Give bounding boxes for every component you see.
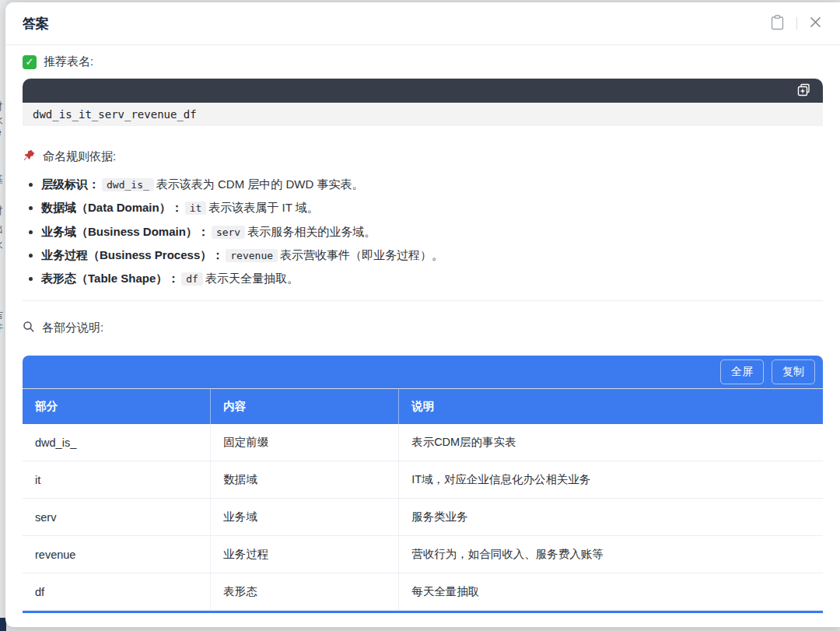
copy-icon	[797, 83, 810, 99]
naming-rules-list: 层级标识：dwd_is_表示该表为 CDM 层中的 DWD 事实表。 数据域（D…	[23, 175, 823, 287]
col-header-description: 说明	[399, 389, 823, 425]
cell-part: revenue	[23, 536, 211, 573]
parts-table: 部分 内容 说明 dwd_is_ 固定前缀 表示CDM层的事实表 it 数据域 …	[23, 388, 823, 611]
close-button[interactable]	[808, 15, 823, 32]
naming-rules-heading: 命名规则依据:	[23, 149, 823, 164]
code-content[interactable]: dwd_is_it_serv_revenue_df	[23, 103, 823, 126]
cell-description: 每天全量抽取	[399, 573, 823, 611]
rule-text: 表示该表属于 IT 域。	[208, 201, 318, 214]
rule-item: 业务过程（Business Process）：revenue表示营收事件（即业务…	[41, 246, 823, 264]
rule-term: 层级标识：	[41, 177, 100, 191]
cell-content: 表形态	[211, 573, 399, 611]
code-block-header	[23, 79, 823, 103]
table-row: df 表形态 每天全量抽取	[23, 573, 823, 611]
cell-description: 表示CDM层的事实表	[399, 424, 823, 461]
rule-text: 表示服务相关的业务域。	[247, 225, 376, 238]
naming-rules-label: 命名规则依据:	[43, 149, 116, 164]
rule-code: serv	[212, 226, 245, 239]
code-copy-button[interactable]	[796, 82, 812, 100]
cell-description: 营收行为，如合同收入、服务费入账等	[399, 536, 823, 573]
rule-text: 表示该表为 CDM 层中的 DWD 事实表。	[156, 177, 364, 191]
cell-content: 业务过程	[211, 536, 399, 573]
rule-code: dwd_is_	[102, 178, 154, 191]
rule-text: 表示营收事件（即业务过程）。	[280, 248, 443, 261]
section-recommended-name: ✓ 推荐表名:	[23, 54, 823, 69]
table-row: dwd_is_ 固定前缀 表示CDM层的事实表	[23, 424, 823, 461]
modal-body: ✓ 推荐表名: dwd_is_it	[5, 45, 840, 627]
rule-item: 数据域（Data Domain）：it表示该表属于 IT 域。	[41, 198, 823, 216]
rule-item: 业务域（Business Domain）：serv表示服务相关的业务域。	[41, 223, 823, 240]
rule-code: revenue	[226, 249, 278, 262]
col-header-part: 部分	[23, 389, 211, 425]
rule-text: 表示天全量抽取。	[205, 272, 299, 285]
cell-content: 业务域	[211, 499, 399, 536]
cell-part: serv	[23, 499, 211, 536]
table-copy-button[interactable]: 复制	[772, 359, 815, 384]
check-icon: ✓	[23, 55, 37, 69]
pushpin-icon	[23, 149, 36, 164]
cell-content: 固定前缀	[211, 424, 399, 461]
table-header-row: 部分 内容 说明	[23, 389, 823, 425]
rule-item: 层级标识：dwd_is_表示该表为 CDM 层中的 DWD 事实表。	[41, 175, 823, 193]
header-divider	[796, 17, 797, 30]
cell-content: 数据域	[211, 461, 399, 499]
fullscreen-button[interactable]: 全屏	[720, 359, 764, 384]
table-row: revenue 业务过程 营收行为，如合同收入、服务费入账等	[23, 536, 823, 573]
section-recommended-label: 推荐表名:	[44, 54, 93, 69]
cell-part: dwd_is_	[23, 424, 211, 461]
rule-term: 数据域（Data Domain）：	[41, 201, 183, 214]
table-toolbar: 全屏 复制	[23, 356, 823, 388]
rule-term: 业务过程（Business Process）：	[41, 248, 223, 261]
parts-label: 各部分说明:	[42, 321, 103, 335]
cell-description: IT域，对应企业信息化办公相关业务	[399, 461, 823, 499]
col-header-content: 内容	[211, 389, 399, 425]
close-icon	[810, 16, 821, 30]
magnifier-icon	[23, 321, 35, 335]
cell-part: it	[23, 461, 211, 499]
clipboard-icon	[771, 15, 784, 33]
rule-code: it	[185, 202, 207, 215]
rule-item: 表形态（Table Shape）：df表示天全量抽取。	[41, 269, 823, 287]
rule-term: 业务域（Business Domain）：	[41, 225, 209, 238]
modal-header: 答案	[5, 2, 840, 45]
section-parts: 各部分说明:	[23, 321, 823, 335]
cell-description: 服务类业务	[399, 499, 823, 536]
modal-title: 答案	[23, 15, 49, 33]
cell-part: df	[23, 573, 211, 611]
section-divider	[23, 300, 823, 301]
parts-table-card: 全屏 复制 部分 内容 说明 dwd_is_ 固定前缀 表示CDM层的事实	[23, 356, 823, 613]
header-actions	[769, 13, 823, 34]
code-block: dwd_is_it_serv_revenue_df	[23, 79, 823, 126]
rule-term: 表形态（Table Shape）：	[41, 272, 179, 285]
table-row: it 数据域 IT域，对应企业信息化办公相关业务	[23, 461, 823, 499]
section-naming-rules: 命名规则依据: 层级标识：dwd_is_表示该表为 CDM 层中的 DWD 事实…	[23, 149, 823, 287]
rule-code: df	[181, 272, 203, 286]
copy-to-clipboard-button[interactable]	[769, 13, 786, 34]
table-row: serv 业务域 服务类业务	[23, 499, 823, 536]
answer-modal: 答案	[5, 2, 840, 627]
